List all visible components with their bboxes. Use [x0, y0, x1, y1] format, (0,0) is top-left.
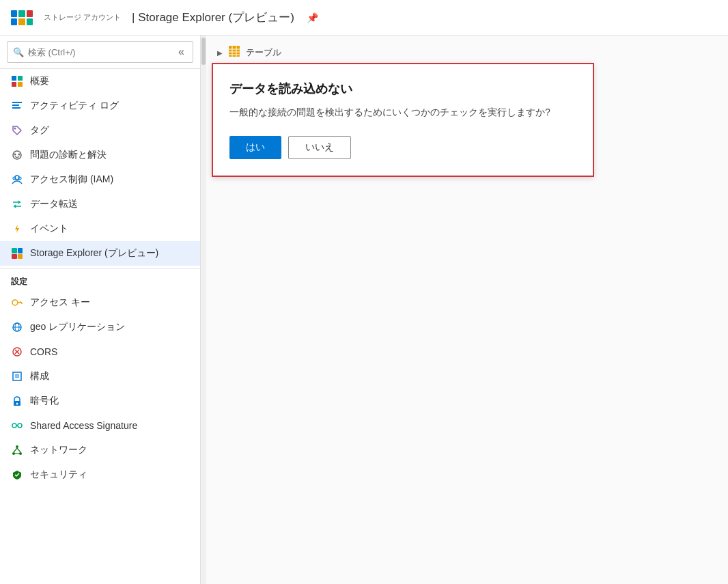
- sidebar-item-network[interactable]: ネットワーク: [0, 438, 200, 462]
- settings-section-header: 設定: [0, 268, 200, 290]
- dialog-box: データを読み込めない 一般的な接続の問題を検出するためにいくつかのチェックを実行…: [212, 63, 594, 177]
- sidebar-item-data-transfer[interactable]: データ転送: [0, 192, 200, 217]
- svg-line-34: [17, 448, 20, 452]
- sidebar-item-tags[interactable]: タグ: [0, 118, 200, 143]
- svg-point-14: [12, 300, 18, 305]
- encryption-icon: [11, 395, 23, 407]
- search-icon: 🔍: [13, 47, 24, 57]
- sidebar-item-cors[interactable]: CORS: [0, 339, 200, 364]
- svg-rect-6: [12, 107, 20, 109]
- sidebar-nav: 概要 アクティビティ ログ タグ 問題の診断と: [0, 69, 200, 584]
- svg-point-30: [16, 445, 18, 448]
- collapse-button[interactable]: «: [176, 44, 187, 59]
- sidebar-item-label: 概要: [30, 75, 49, 87]
- sidebar-item-config[interactable]: 構成: [0, 364, 200, 389]
- svg-rect-3: [18, 82, 23, 87]
- sidebar-item-label: 問題の診断と解決: [30, 149, 107, 161]
- sidebar-item-iam[interactable]: アクセス制御 (IAM): [0, 167, 200, 192]
- access-keys-icon: [11, 296, 23, 309]
- sidebar-item-label: イベント: [30, 223, 68, 235]
- azure-logo: [11, 10, 33, 25]
- pin-icon[interactable]: 📌: [307, 12, 318, 23]
- sas-icon: [11, 419, 23, 432]
- security-icon: [11, 469, 23, 481]
- events-icon: [11, 223, 23, 235]
- svg-point-9: [14, 154, 16, 156]
- sidebar-item-label: ネットワーク: [30, 444, 87, 456]
- sidebar-item-geo-replication[interactable]: geo レプリケーション: [0, 315, 200, 339]
- sidebar-item-label: CORS: [30, 346, 57, 357]
- activity-log-icon: [11, 100, 23, 112]
- sidebar-item-label: アクセス制御 (IAM): [30, 173, 113, 186]
- dialog-title: データを読み込めない: [229, 81, 576, 97]
- sidebar-item-diagnose[interactable]: 問題の診断と解決: [0, 143, 200, 167]
- svg-point-26: [16, 403, 18, 405]
- dialog-yes-button[interactable]: はい: [229, 136, 281, 159]
- cors-icon: [11, 346, 23, 358]
- dialog-buttons: はい いいえ: [229, 136, 576, 159]
- sidebar-item-label: Shared Access Signature: [30, 420, 137, 431]
- sidebar-item-label: アクティビティ ログ: [30, 100, 119, 112]
- diagnose-icon: [11, 149, 23, 161]
- sidebar-item-label: セキュリティ: [30, 469, 87, 481]
- sidebar-item-events[interactable]: イベント: [0, 217, 200, 241]
- content-area: ▶ テーブル データを読み込めない 一般的な接続の問題を検出するためにいくつかの…: [201, 36, 728, 584]
- svg-rect-5: [12, 105, 19, 106]
- search-container: 🔍 «: [0, 36, 200, 69]
- sidebar-item-label: 暗号化: [30, 395, 59, 407]
- svg-point-7: [14, 128, 16, 130]
- svg-line-33: [14, 448, 17, 452]
- search-box: 🔍 «: [7, 41, 193, 63]
- sidebar-item-encryption[interactable]: 暗号化: [0, 389, 200, 413]
- dialog-no-button[interactable]: いいえ: [288, 136, 351, 159]
- svg-rect-2: [12, 82, 16, 87]
- sidebar-item-label: アクセス キー: [30, 296, 90, 309]
- sidebar-item-activity-log[interactable]: アクティビティ ログ: [0, 94, 200, 118]
- topbar: ストレージ アカウント | Storage Explorer (プレビュー) 📌: [0, 0, 728, 36]
- config-icon: [11, 370, 23, 383]
- sidebar-item-label: タグ: [30, 124, 49, 137]
- svg-point-27: [12, 423, 16, 428]
- sidebar-item-label: データ転送: [30, 198, 78, 210]
- dialog-message: 一般的な接続の問題を検出するためにいくつかのチェックを実行しますか?: [229, 105, 576, 120]
- dialog-overlay: データを読み込めない 一般的な接続の問題を検出するためにいくつかのチェックを実行…: [201, 36, 728, 584]
- overview-icon: [11, 75, 23, 87]
- sidebar-item-overview[interactable]: 概要: [0, 69, 200, 94]
- sidebar-item-label: geo レプリケーション: [30, 321, 125, 333]
- tags-icon: [11, 124, 23, 137]
- svg-rect-1: [18, 76, 23, 81]
- sidebar-item-security[interactable]: セキュリティ: [0, 462, 200, 487]
- topbar-title: | Storage Explorer (プレビュー): [132, 10, 294, 25]
- svg-point-10: [18, 154, 20, 156]
- svg-rect-0: [12, 76, 16, 81]
- search-input[interactable]: [28, 47, 171, 57]
- svg-point-8: [13, 151, 21, 159]
- network-icon: [11, 444, 23, 456]
- sidebar-item-label: Storage Explorer (プレビュー): [30, 247, 158, 260]
- sidebar-item-label: 構成: [30, 370, 49, 383]
- iam-icon: [11, 173, 23, 186]
- sidebar-item-storage-explorer[interactable]: Storage Explorer (プレビュー): [0, 241, 200, 266]
- data-transfer-icon: [11, 198, 23, 210]
- sidebar-item-access-keys[interactable]: アクセス キー: [0, 290, 200, 315]
- svg-rect-4: [12, 102, 22, 103]
- svg-rect-22: [13, 372, 21, 380]
- account-label: ストレージ アカウント: [44, 12, 121, 23]
- svg-point-28: [18, 423, 22, 428]
- sidebar: 🔍 « 概要 アクティビティ ログ: [0, 36, 201, 584]
- sidebar-item-sas[interactable]: Shared Access Signature: [0, 413, 200, 438]
- geo-replication-icon: [11, 321, 23, 333]
- main-layout: 🔍 « 概要 アクティビティ ログ: [0, 36, 728, 584]
- storage-explorer-icon: [11, 247, 23, 260]
